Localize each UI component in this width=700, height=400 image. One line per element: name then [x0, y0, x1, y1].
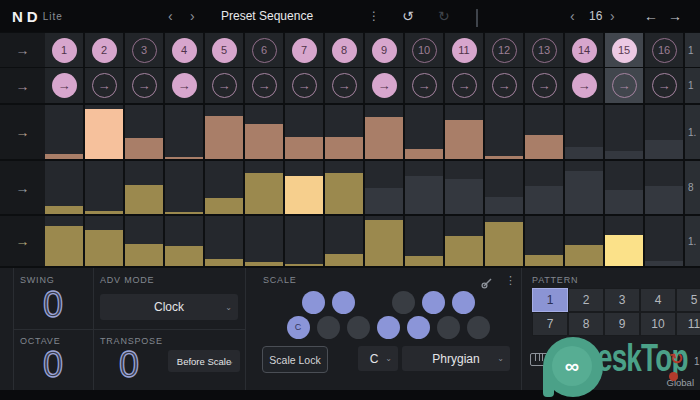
scale-note-E[interactable] [347, 316, 370, 339]
pulse-step-circle[interactable]: 7 [292, 38, 317, 63]
step-cell[interactable] [45, 161, 85, 214]
value-bar[interactable] [405, 149, 443, 159]
step-cell[interactable] [525, 216, 565, 266]
lock-icon[interactable] [476, 0, 487, 32]
step-cell[interactable] [445, 161, 485, 214]
gate-step-arrow-icon[interactable]: → [92, 73, 117, 98]
step-cell[interactable] [605, 161, 645, 214]
step-cell[interactable]: 6 [245, 33, 285, 67]
gate-step-arrow-icon[interactable]: → [652, 73, 677, 98]
value-bar[interactable] [405, 256, 443, 266]
value-bar[interactable] [605, 151, 643, 159]
step-cell[interactable]: → [645, 68, 685, 103]
wand-icon[interactable] [480, 275, 494, 289]
step-count-value[interactable]: 16 [589, 0, 602, 32]
pattern-cell[interactable]: 10 [640, 312, 676, 336]
preset-menu-icon[interactable]: ⋮ [368, 0, 380, 32]
step-cell[interactable] [405, 216, 445, 266]
value-bar[interactable] [165, 246, 203, 266]
step-cell[interactable]: 7 [285, 33, 325, 67]
step-cell[interactable]: 14 [565, 33, 605, 67]
step-cell[interactable]: 1 [45, 33, 85, 67]
value-bar[interactable] [365, 117, 403, 159]
row-direction-arrow-icon[interactable]: → [0, 33, 45, 67]
step-cell[interactable] [165, 161, 205, 214]
value-bar[interactable] [125, 244, 163, 267]
value-bar[interactable] [565, 147, 603, 159]
preset-name[interactable]: Preset Sequence [221, 0, 313, 32]
scale-menu-icon[interactable]: ⋮ [505, 274, 517, 287]
value-bar[interactable] [445, 236, 483, 266]
value-bar[interactable] [165, 157, 203, 159]
scale-note-D[interactable] [317, 316, 340, 339]
gate-step-arrow-icon[interactable]: → [532, 73, 557, 98]
step-cell[interactable] [205, 161, 245, 214]
step-cell[interactable] [85, 216, 125, 266]
row-direction-arrow-icon[interactable]: → [0, 105, 45, 159]
transpose-value[interactable]: 0 [98, 342, 160, 388]
value-bar[interactable] [445, 179, 483, 214]
swing-value[interactable]: 0 [13, 282, 93, 328]
step-cell[interactable] [45, 105, 85, 159]
step-cell[interactable]: → [45, 68, 85, 103]
value-bar[interactable] [205, 259, 243, 267]
value-bar[interactable] [85, 211, 123, 214]
pulse-step-circle[interactable]: 5 [212, 38, 237, 63]
value-bar[interactable] [165, 212, 203, 214]
pulse-step-circle[interactable]: 12 [492, 38, 517, 63]
pulse-step-circle[interactable]: 16 [652, 38, 677, 63]
step-cell[interactable]: → [605, 68, 645, 103]
step-cell[interactable]: → [525, 68, 565, 103]
step-cell[interactable] [645, 161, 685, 214]
transpose-mode-select[interactable]: Before Scale ⌄ [168, 350, 240, 372]
step-cell[interactable] [365, 216, 405, 266]
step-cell[interactable] [325, 216, 365, 266]
pulse-step-circle[interactable]: 13 [532, 38, 557, 63]
step-cell[interactable] [285, 161, 325, 214]
pattern-cell[interactable]: 7 [532, 312, 568, 336]
value-bar[interactable] [485, 197, 523, 214]
row-direction-arrow-icon[interactable]: → [0, 161, 45, 214]
step-cell[interactable] [605, 216, 645, 266]
step-cell[interactable]: 11 [445, 33, 485, 67]
gate-step-arrow-icon[interactable]: → [252, 73, 277, 98]
step-cell[interactable]: 10 [405, 33, 445, 67]
step-cell[interactable] [245, 161, 285, 214]
step-cell[interactable] [445, 216, 485, 266]
gate-step-arrow-icon[interactable]: → [492, 73, 517, 98]
step-cell[interactable] [245, 105, 285, 159]
value-bar[interactable] [365, 188, 403, 215]
step-cell[interactable]: → [365, 68, 405, 103]
step-cell[interactable]: 13 [525, 33, 565, 67]
scale-lock-button[interactable]: Scale Lock [262, 346, 328, 373]
step-cell[interactable] [405, 105, 445, 159]
pulse-step-circle[interactable]: 14 [572, 38, 597, 63]
pulse-step-circle[interactable]: 9 [372, 38, 397, 63]
value-bar[interactable] [645, 261, 683, 266]
step-cell[interactable] [645, 216, 685, 266]
piano-icon[interactable] [530, 353, 548, 366]
scale-root-select[interactable]: C ⌄ [358, 346, 398, 371]
step-cell[interactable]: → [485, 68, 525, 103]
value-bar[interactable] [285, 264, 323, 266]
step-cell[interactable] [485, 161, 525, 214]
value-bar[interactable] [45, 226, 83, 266]
value-bar[interactable] [45, 206, 83, 214]
value-bar[interactable] [205, 198, 243, 214]
step-cell[interactable]: 8 [325, 33, 365, 67]
value-bar[interactable] [205, 116, 243, 159]
step-cell[interactable]: 12 [485, 33, 525, 67]
pattern-cell[interactable]: 5 [676, 288, 700, 312]
step-cell[interactable]: → [325, 68, 365, 103]
step-cell[interactable]: → [565, 68, 605, 103]
step-cell[interactable]: → [165, 68, 205, 103]
step-cell[interactable] [325, 105, 365, 159]
step-cell[interactable] [445, 105, 485, 159]
step-cell[interactable] [485, 105, 525, 159]
pulse-step-circle[interactable]: 10 [412, 38, 437, 63]
loop-icon[interactable]: ∞ [552, 350, 573, 371]
pulse-step-circle[interactable]: 4 [172, 38, 197, 63]
step-count-increase-icon[interactable]: › [610, 0, 615, 32]
undo-icon[interactable]: ↺ [402, 0, 414, 32]
pattern-cell[interactable]: 2 [568, 288, 604, 312]
